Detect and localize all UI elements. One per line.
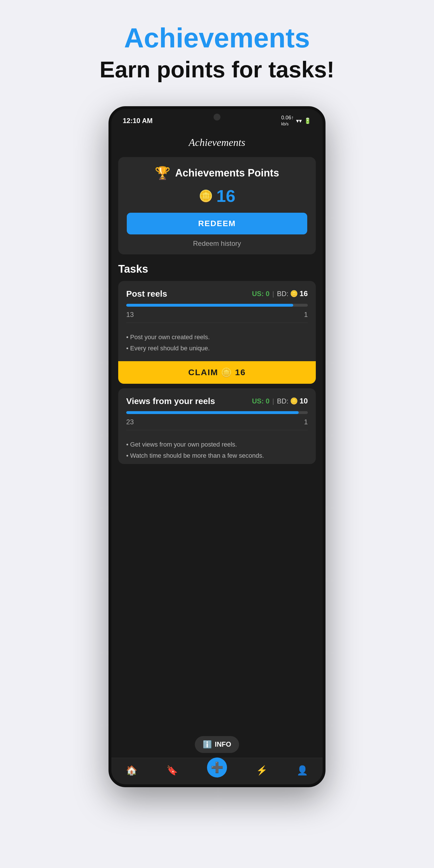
saved-icon: 🔖 [166, 765, 178, 776]
home-icon: 🏠 [126, 765, 137, 776]
task-description: • Post your own created reels. • Every r… [126, 328, 308, 356]
task-rewards: US: 0 | BD: 🪙 16 [252, 289, 308, 298]
info-overlay-button[interactable]: ℹ️ INFO [195, 736, 239, 753]
trophy-icon: 🏆 [155, 165, 170, 181]
reward-bd-value: 10 [300, 397, 308, 405]
reward-bd: BD: 🪙 10 [277, 397, 308, 405]
app-content: Achievements 🏆 Achievements Points 🪙 16 … [111, 130, 323, 758]
task-description: • Get views from your own posted reels. … [126, 435, 308, 464]
task-card-header: Views from your reels US: 0 | BD: 🪙 10 [126, 396, 308, 406]
tasks-heading: Tasks [118, 263, 316, 275]
add-button[interactable]: ➕ [207, 757, 227, 777]
progress-labels: 13 1 [126, 311, 308, 323]
status-time: 12:10 AM [123, 117, 152, 125]
points-number: 16 [216, 186, 236, 206]
task-card-header: Post reels US: 0 | BD: 🪙 16 [126, 289, 308, 299]
task-card: Post reels US: 0 | BD: 🪙 16 [118, 281, 316, 384]
progress-bar-fill [126, 304, 293, 307]
progress-left: 13 [126, 311, 134, 319]
progress-right: 1 [304, 418, 308, 426]
page-subtitle: Earn points for tasks! [11, 56, 423, 83]
redeem-history-link[interactable]: Redeem history [127, 240, 307, 248]
reward-bd-value: 16 [300, 289, 308, 298]
progress-labels: 23 1 [126, 418, 308, 430]
battery-icon: 🔋 [304, 117, 311, 124]
nav-item-activity[interactable]: ⚡ [256, 765, 268, 776]
speed-indicator: 0.06↑ kb/s [281, 115, 294, 127]
task-name: Views from your reels [126, 396, 215, 406]
app-title: Achievements [123, 136, 311, 149]
status-bar: 12:10 AM 0.06↑ kb/s ▾▾ 🔋 [111, 109, 323, 130]
bottom-nav: 🏠 🔖 ➕ ⚡ 👤 [111, 758, 323, 784]
camera-notch [214, 114, 220, 121]
small-coin-icon: 🪙 [290, 290, 298, 298]
task-card: Views from your reels US: 0 | BD: 🪙 10 [118, 388, 316, 464]
page-title: Achievements [11, 23, 423, 53]
nav-item-profile[interactable]: 👤 [297, 765, 308, 776]
progress-bar-container [126, 304, 308, 307]
app-header: Achievements [111, 130, 323, 157]
phone-frame: 12:10 AM 0.06↑ kb/s ▾▾ 🔋 Achievements 🏆 … [108, 106, 326, 787]
page-header: Achievements Earn points for tasks! [0, 0, 434, 100]
status-icons: 0.06↑ kb/s ▾▾ 🔋 [281, 115, 311, 127]
nav-item-add[interactable]: ➕ [207, 763, 227, 777]
points-card: 🏆 Achievements Points 🪙 16 REDEEM Redeem… [118, 157, 316, 254]
reward-separator: | [272, 397, 274, 405]
activity-icon: ⚡ [256, 765, 268, 776]
task-name: Post reels [126, 289, 167, 299]
tasks-section: Tasks Post reels US: 0 | BD: 🪙 16 [111, 254, 323, 464]
points-value-row: 🪙 16 [127, 186, 307, 206]
progress-right: 1 [304, 311, 308, 319]
points-card-header: 🏆 Achievements Points [127, 165, 307, 181]
info-label: INFO [215, 740, 231, 748]
reward-us: US: 0 [252, 290, 269, 298]
nav-item-saved[interactable]: 🔖 [166, 765, 178, 776]
claim-coin-icon: 🪙 [221, 368, 232, 377]
coin-icon: 🪙 [199, 189, 213, 203]
reward-separator: | [272, 290, 274, 298]
progress-bar-fill [126, 411, 299, 414]
claim-button[interactable]: CLAIM 🪙 16 [118, 361, 316, 384]
progress-left: 23 [126, 418, 134, 426]
points-card-title: Achievements Points [175, 167, 279, 179]
wifi-icon: ▾▾ [296, 117, 302, 124]
redeem-button[interactable]: REDEEM [127, 213, 307, 235]
task-rewards: US: 0 | BD: 🪙 10 [252, 397, 308, 405]
add-icon: ➕ [211, 762, 223, 774]
reward-us: US: 0 [252, 397, 269, 405]
reward-bd: BD: 🪙 16 [277, 289, 308, 298]
profile-icon: 👤 [297, 765, 308, 776]
info-icon: ℹ️ [203, 740, 212, 749]
small-coin-icon: 🪙 [290, 398, 298, 405]
nav-item-home[interactable]: 🏠 [126, 765, 137, 776]
progress-bar-container [126, 411, 308, 414]
